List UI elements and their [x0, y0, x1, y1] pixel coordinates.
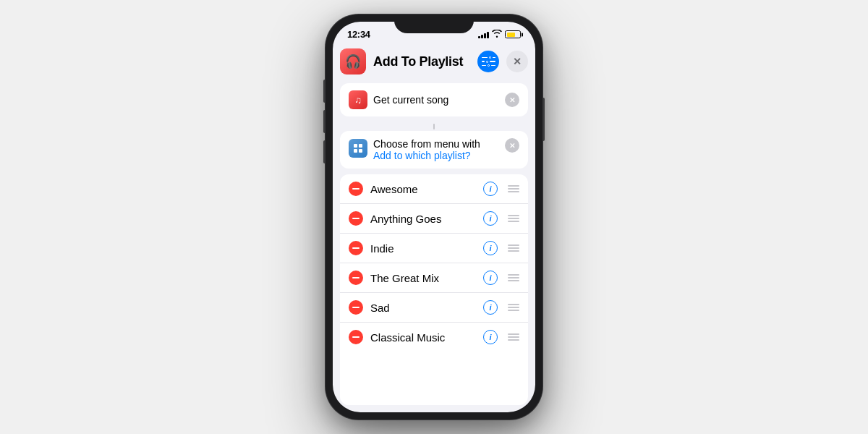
sliders-icon	[482, 56, 495, 67]
info-icon: i	[489, 214, 491, 223]
list-item[interactable]: Awesome i	[340, 174, 528, 204]
info-button[interactable]: i	[483, 300, 498, 315]
info-button[interactable]: i	[483, 182, 498, 196]
wifi-icon	[492, 30, 502, 39]
playlist-name: Anything Goes	[370, 213, 476, 225]
app-content: 🎧 Add To Playlist	[333, 43, 535, 412]
playlist-name: The Great Mix	[370, 272, 476, 284]
close-x-icon: ✕	[509, 96, 515, 104]
menu-block-close-button[interactable]: ✕	[505, 138, 519, 153]
info-icon: i	[489, 244, 491, 252]
drag-handle[interactable]	[508, 333, 519, 341]
connector-dot	[433, 124, 435, 129]
list-item[interactable]: The Great Mix i	[340, 263, 528, 293]
status-time: 12:34	[347, 29, 370, 40]
minus-icon	[352, 277, 359, 278]
minus-icon	[352, 307, 359, 308]
music-icon: ♫	[349, 90, 367, 109]
connector-line	[340, 122, 528, 131]
drag-handle[interactable]	[508, 215, 519, 222]
choose-menu-title: Choose from menu with	[373, 138, 499, 150]
remove-button[interactable]	[349, 271, 363, 285]
grid-icon	[353, 143, 363, 153]
phone-frame: 12:34	[326, 14, 542, 420]
headphones-icon: 🎧	[345, 54, 361, 69]
battery-icon	[505, 30, 521, 38]
list-item[interactable]: Indie i	[340, 234, 528, 263]
remove-button[interactable]	[349, 182, 363, 196]
minus-icon	[352, 188, 359, 190]
app-title: Add To Playlist	[373, 54, 470, 69]
remove-button[interactable]	[349, 211, 363, 226]
status-icons	[478, 30, 521, 39]
info-button[interactable]: i	[483, 211, 498, 226]
choose-menu-block: Choose from menu with Add to which playl…	[340, 131, 528, 169]
menu-icon	[349, 139, 367, 158]
app-header: 🎧 Add To Playlist	[340, 43, 528, 83]
close-x-icon-2: ✕	[509, 142, 515, 150]
list-item[interactable]: Classical Music i	[340, 323, 528, 352]
remove-button[interactable]	[349, 300, 363, 315]
minus-icon	[352, 336, 359, 338]
remove-button[interactable]	[349, 330, 363, 344]
close-button[interactable]: ✕	[506, 51, 528, 72]
battery-fill	[507, 33, 516, 37]
info-icon: i	[489, 303, 491, 312]
playlist-name: Awesome	[370, 183, 476, 195]
remove-button[interactable]	[349, 241, 363, 255]
get-current-song-block: ♫ Get current song ✕	[340, 83, 528, 116]
settings-button[interactable]	[477, 51, 499, 72]
song-block-close-button[interactable]: ✕	[505, 93, 519, 107]
svg-rect-0	[354, 144, 357, 148]
drag-handle[interactable]	[508, 304, 519, 311]
svg-rect-2	[354, 149, 357, 153]
playlist-name: Classical Music	[370, 331, 476, 344]
svg-rect-3	[359, 149, 362, 153]
info-icon: i	[489, 273, 491, 282]
info-button[interactable]: i	[483, 330, 498, 344]
info-icon: i	[489, 184, 491, 193]
menu-action-row[interactable]: Choose from menu with Add to which playl…	[340, 131, 528, 169]
choose-menu-subtitle[interactable]: Add to which playlist?	[373, 150, 499, 161]
list-item[interactable]: Anything Goes i	[340, 204, 528, 234]
app-icon: 🎧	[340, 48, 366, 75]
minus-icon	[352, 218, 359, 219]
playlist-list: Awesome i Anything Goes i	[340, 174, 528, 405]
info-button[interactable]: i	[483, 271, 498, 285]
minus-icon	[352, 247, 359, 249]
signal-icon	[478, 31, 489, 38]
info-button[interactable]: i	[483, 241, 498, 255]
menu-text-block: Choose from menu with Add to which playl…	[373, 138, 499, 161]
drag-handle[interactable]	[508, 185, 519, 192]
info-icon: i	[489, 333, 491, 341]
playlist-name: Indie	[370, 242, 476, 255]
get-current-song-label: Get current song	[373, 94, 499, 106]
close-icon: ✕	[513, 56, 522, 67]
svg-rect-1	[359, 144, 362, 148]
phone-screen: 12:34	[333, 22, 535, 412]
music-note-icon: ♫	[354, 95, 362, 106]
list-item[interactable]: Sad i	[340, 293, 528, 323]
notch	[394, 14, 474, 33]
drag-handle[interactable]	[508, 244, 519, 252]
song-action-row[interactable]: ♫ Get current song ✕	[340, 83, 528, 116]
drag-handle[interactable]	[508, 274, 519, 281]
playlist-name: Sad	[370, 302, 476, 314]
phone-wrapper: 12:34	[326, 14, 542, 420]
